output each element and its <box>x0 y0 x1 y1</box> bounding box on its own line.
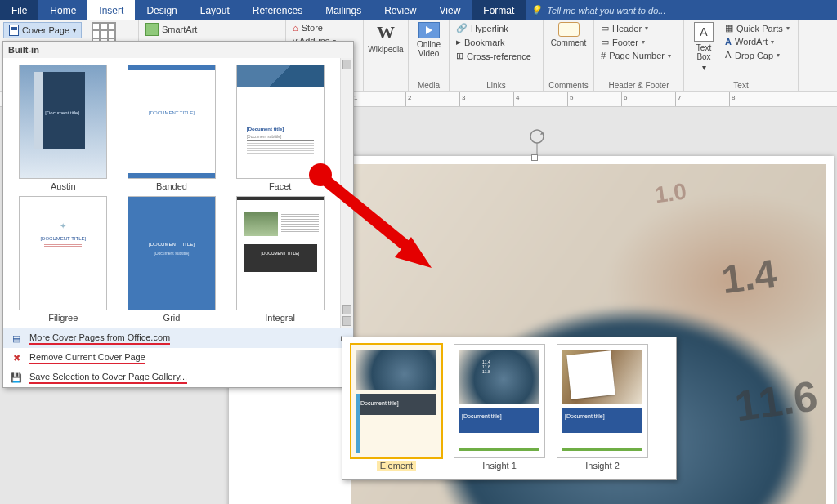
scroll-down-icon[interactable] <box>342 316 351 326</box>
cross-ref-icon: ⊞ <box>456 51 463 61</box>
thumb-title: [DOCUMENT TITLE] <box>237 251 324 256</box>
page-number-label: Page Number <box>609 51 665 60</box>
wordart-button[interactable]: AWordArt▾ <box>723 36 791 47</box>
ruler-num: 6 <box>624 94 627 101</box>
cover-thumb-element[interactable]: [Document title] Element <box>351 344 442 473</box>
cover-thumb-filigree[interactable]: ✦ [DOCUMENT TITLE] Filigree <box>13 196 114 323</box>
tab-design[interactable]: Design <box>135 0 188 20</box>
cover-thumb-integral[interactable]: [DOCUMENT TITLE] Integral <box>230 196 330 323</box>
tell-me-placeholder: Tell me what you want to do... <box>547 6 665 16</box>
comments-group-label: Comments <box>548 81 589 91</box>
tab-review[interactable]: Review <box>373 0 427 20</box>
remove-icon: ✖ <box>10 351 23 364</box>
tab-format[interactable]: Format <box>472 0 526 20</box>
bookmark-button[interactable]: ▸Bookmark <box>454 36 533 48</box>
cover-page-button[interactable]: Cover Page ▾ <box>3 22 82 38</box>
tab-home[interactable]: Home <box>38 0 87 20</box>
thumb-title: [Document title] <box>356 399 436 408</box>
cover-page-label: Cover Page <box>22 25 69 35</box>
online-video-button[interactable]: Online Video <box>414 22 444 58</box>
cover-thumb-insight-2[interactable]: [Document title] Insight 2 <box>557 344 648 473</box>
remove-cover-page-item[interactable]: ✖ Remove Current Cover Page <box>3 348 353 368</box>
quick-parts-label: Quick Parts <box>736 24 783 33</box>
cover-thumb-austin[interactable]: [Document title] Austin <box>13 65 114 191</box>
gallery-section-header: Built-in <box>3 42 353 58</box>
scroll-expand-icon[interactable] <box>342 305 351 314</box>
quick-parts-button[interactable]: ▦Quick Parts▾ <box>723 22 791 34</box>
wikipedia-button[interactable]: W Wikipedia <box>369 22 403 54</box>
photo-number: 1.0 <box>653 178 688 208</box>
thumb-label: Facet <box>269 181 292 191</box>
tab-view[interactable]: View <box>428 0 472 20</box>
cover-thumb-grid[interactable]: [DOCUMENT TITLE] [Document subtitle] Gri… <box>122 196 222 323</box>
text-box-icon: A <box>694 22 714 42</box>
bookmark-icon: ▸ <box>456 37 461 47</box>
save-gallery-icon: 💾 <box>10 371 23 384</box>
chevron-down-icon: ▾ <box>668 52 671 60</box>
hyperlink-label: Hyperlink <box>471 24 508 33</box>
cover-page-gallery: Built-in [Document title] Austin [DOCUME… <box>2 41 354 388</box>
ruler-num: 4 <box>516 94 519 101</box>
resize-handle[interactable] <box>531 154 538 161</box>
cover-thumb-insight-1[interactable]: 11.411.611.8 [Document title] Insight 1 <box>454 344 545 473</box>
tab-references[interactable]: References <box>241 0 314 20</box>
store-button[interactable]: ⌂ Store <box>291 22 338 33</box>
more-cover-pages-item[interactable]: ▤ More Cover Pages from Office.com ▶ <box>3 328 353 348</box>
ruler-num: 7 <box>678 94 681 101</box>
thumb-label: Austin <box>51 181 76 191</box>
thumb-label: Banded <box>156 181 187 191</box>
header-button[interactable]: ▭Header▾ <box>599 22 673 34</box>
chevron-down-icon: ▾ <box>73 27 76 34</box>
hyperlink-button[interactable]: 🔗Hyperlink <box>454 22 533 34</box>
chevron-down-icon: ▾ <box>771 38 774 46</box>
bookmark-label: Bookmark <box>464 38 505 47</box>
online-video-label: Online Video <box>414 40 444 58</box>
thumb-label: Insight 2 <box>585 461 620 471</box>
comment-button[interactable]: Comment <box>552 22 586 47</box>
lightbulb-icon: 💡 <box>530 5 542 16</box>
cross-reference-button[interactable]: ⊞Cross-reference <box>454 50 533 62</box>
cover-thumb-facet[interactable]: [Document title] [Document subtitle] Fac… <box>230 65 330 191</box>
smartart-button[interactable]: SmartArt <box>144 22 199 37</box>
smartart-icon <box>145 23 159 36</box>
wikipedia-icon: W <box>377 22 395 43</box>
chevron-down-icon: ▾ <box>642 38 645 46</box>
media-group-label: Media <box>414 81 444 91</box>
comment-label: Comment <box>551 38 586 47</box>
tab-file[interactable]: File <box>0 0 38 20</box>
thumb-title: [DOCUMENT TITLE] <box>128 242 215 247</box>
header-icon: ▭ <box>601 23 609 33</box>
tab-insert[interactable]: Insert <box>87 0 135 20</box>
tab-mailings[interactable]: Mailings <box>314 0 373 20</box>
thumb-title: [DOCUMENT TITLE] <box>20 236 106 241</box>
drop-cap-icon: A̲ <box>725 50 732 60</box>
tell-me-search[interactable]: 💡 Tell me what you want to do... <box>526 0 837 20</box>
cover-thumb-banded[interactable]: [DOCUMENT TITLE] Banded <box>122 65 222 191</box>
quick-parts-icon: ▦ <box>725 23 733 33</box>
ruler-num: 3 <box>462 94 465 101</box>
chevron-down-icon: ▾ <box>777 51 780 59</box>
rotate-handle-icon[interactable] <box>527 128 547 156</box>
gallery-scrollbar[interactable] <box>340 58 353 328</box>
ruler-num: 5 <box>570 94 573 101</box>
cover-page-icon <box>9 25 19 36</box>
page-number-button[interactable]: #Page Number▾ <box>599 50 673 61</box>
thumb-label: Filigree <box>48 313 78 323</box>
chevron-down-icon: ▾ <box>786 25 790 32</box>
wordart-icon: A <box>725 37 732 47</box>
thumb-subtitle: [Document subtitle] <box>128 251 215 256</box>
thumb-label: Integral <box>265 313 295 323</box>
footer-button[interactable]: ▭Footer▾ <box>599 36 673 48</box>
gallery-menu: ▤ More Cover Pages from Office.com ▶ ✖ R… <box>3 328 353 387</box>
scroll-up-icon[interactable] <box>342 60 351 69</box>
thumb-label: Insight 1 <box>482 461 517 471</box>
thumb-subtitle: [Document subtitle] <box>247 134 282 139</box>
thumb-title: [Document title] <box>459 412 539 421</box>
text-box-button[interactable]: A Text Box ▾ <box>689 22 718 72</box>
text-box-label: Text Box <box>689 43 718 61</box>
drop-cap-button[interactable]: A̲Drop Cap▾ <box>723 49 791 61</box>
save-to-gallery-item[interactable]: 💾 Save Selection to Cover Page Gallery..… <box>3 368 353 387</box>
photo-number: 11.6 <box>732 371 821 431</box>
tab-layout[interactable]: Layout <box>189 0 241 20</box>
svg-point-0 <box>530 130 544 143</box>
